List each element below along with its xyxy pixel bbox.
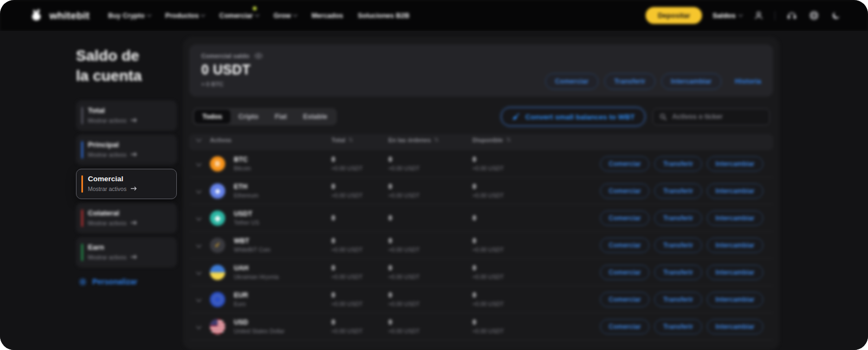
row-exchange-button[interactable]: Intercambiar — [707, 265, 763, 280]
asset-ticker: WBT — [234, 237, 331, 245]
account-card[interactable]: Principal Mostrar activos — [76, 135, 177, 165]
total-estimate: ≈0.00 USDT — [331, 301, 388, 307]
balance-type-label: Comercial saldo — [201, 53, 250, 59]
arrow-right-icon — [130, 186, 137, 191]
in-orders-estimate: ≈0.00 USDT — [388, 328, 473, 334]
row-exchange-button[interactable]: Intercambiar — [707, 292, 763, 307]
row-trade-button[interactable]: Comerciar — [600, 292, 649, 307]
total-value: 0 — [331, 319, 388, 326]
dark-mode-moon-icon[interactable] — [830, 10, 842, 22]
nav-menu-item[interactable]: Soluciones B2B — [358, 12, 410, 20]
row-trade-button[interactable]: Comerciar — [600, 265, 649, 280]
row-expand-chevron[interactable] — [196, 324, 202, 329]
user-icon[interactable] — [752, 10, 764, 22]
row-expand-chevron[interactable] — [196, 215, 202, 221]
row-transfer-button[interactable]: Transferir — [654, 238, 701, 253]
row-trade-button[interactable]: Comerciar — [600, 183, 649, 199]
column-available[interactable]: Disponible — [473, 137, 600, 143]
account-card[interactable]: Earn Mostrar activos — [76, 237, 177, 268]
row-exchange-button[interactable]: Intercambiar — [707, 183, 763, 199]
asset-table-body: B BTC Bitcoin 0 ≈0.00 USDT 0 ≈0.00 USDT — [189, 150, 773, 340]
customize-button[interactable]: Personalizar — [78, 277, 177, 287]
row-trade-button[interactable]: Comerciar — [600, 238, 649, 253]
nav-menu-item[interactable]: Productos — [165, 12, 205, 20]
asset-ticker: USD — [234, 319, 331, 326]
search-input[interactable] — [672, 113, 763, 120]
account-name: Principal — [88, 141, 170, 149]
show-assets-link[interactable]: Mostrar activos — [88, 151, 170, 158]
eye-visibility-icon[interactable] — [254, 53, 263, 59]
transfer-button[interactable]: Transferir — [604, 73, 655, 90]
page-body: Saldo de la cuenta Total Mostrar activos — [0, 31, 868, 350]
arrow-right-icon — [130, 152, 137, 157]
row-exchange-button[interactable]: Intercambiar — [707, 156, 763, 171]
nav-menu-item[interactable]: Buy Crypto — [108, 12, 150, 20]
row-transfer-button[interactable]: Transferir — [654, 183, 701, 199]
account-card[interactable]: Total Mostrar activos — [76, 100, 177, 131]
trade-button[interactable]: Comerciar — [545, 73, 598, 90]
asset-name: Tether US — [234, 219, 331, 226]
show-assets-link[interactable]: Mostrar activos — [88, 254, 170, 260]
asset-search — [653, 109, 770, 125]
account-name: Total — [88, 106, 170, 114]
show-assets-link[interactable]: Mostrar activos — [88, 220, 170, 226]
in-orders-estimate: ≈0.00 USDT — [388, 301, 473, 307]
row-actions: Comerciar Transferir Intercambiar — [600, 319, 763, 334]
table-row: ◈ USDT Tether US 0 0 — [189, 205, 773, 232]
total-estimate: ≈0.00 USDT — [331, 328, 388, 334]
row-exchange-button[interactable]: Intercambiar — [707, 211, 763, 226]
arrow-right-icon — [130, 118, 137, 123]
deposit-button[interactable]: Depositar — [646, 7, 702, 24]
row-transfer-button[interactable]: Transferir — [654, 319, 701, 334]
row-trade-button[interactable]: Comerciar — [600, 211, 649, 226]
available-estimate: ≈0.00 USDT — [473, 192, 600, 199]
row-exchange-button[interactable]: Intercambiar — [707, 319, 763, 334]
column-assets[interactable]: Activos — [210, 137, 331, 143]
arrow-right-icon — [130, 220, 137, 225]
row-expand-chevron[interactable] — [196, 243, 202, 248]
balances-dropdown[interactable]: Saldos — [712, 11, 742, 20]
show-assets-link[interactable]: Mostrar activos — [88, 186, 170, 192]
column-total[interactable]: Total — [331, 137, 388, 143]
chevron-down-icon — [255, 12, 259, 17]
in-orders-value: 0 — [388, 264, 473, 272]
nav-menu-item[interactable]: Comerciar — [219, 12, 259, 20]
balance-actions: Comerciar Transferir Intercambiar Histor… — [545, 53, 761, 97]
support-headset-icon[interactable] — [786, 10, 797, 22]
exchange-button[interactable]: Intercambiar — [661, 73, 722, 90]
account-card[interactable]: Colateral Mostrar activos — [76, 203, 177, 233]
in-orders-value: 0 — [388, 319, 473, 326]
row-transfer-button[interactable]: Transferir — [654, 292, 701, 307]
language-globe-icon[interactable] — [808, 10, 820, 22]
chevron-down-icon — [738, 12, 743, 17]
row-expand-chevron[interactable] — [196, 297, 202, 302]
row-exchange-button[interactable]: Intercambiar — [707, 238, 763, 253]
whitebit-balance-page: whitebit Buy Crypto Productos Comerciar — [0, 0, 868, 350]
row-transfer-button[interactable]: Transferir — [654, 211, 701, 226]
convert-small-balances-button[interactable]: Convert small balances to WBT — [501, 107, 645, 126]
nav-item-label: Buy Crypto — [108, 12, 144, 20]
show-assets-link[interactable]: Mostrar activos — [88, 117, 170, 124]
asset-tab[interactable]: Cripto — [231, 110, 267, 124]
account-card[interactable]: Comercial Mostrar activos — [76, 169, 177, 199]
available-estimate: ≈0.00 USDT — [473, 165, 600, 171]
row-transfer-button[interactable]: Transferir — [654, 156, 701, 171]
asset-tab[interactable]: Todos — [194, 110, 231, 124]
row-expand-chevron[interactable] — [196, 161, 202, 167]
row-expand-chevron[interactable] — [196, 270, 202, 275]
row-expand-chevron[interactable] — [196, 188, 202, 194]
collapse-all-chevron[interactable] — [196, 136, 202, 142]
row-transfer-button[interactable]: Transferir — [654, 265, 701, 280]
column-in-orders[interactable]: En las órdenes — [388, 137, 473, 143]
row-trade-button[interactable]: Comerciar — [600, 319, 649, 334]
asset-tab[interactable]: Estable — [295, 110, 335, 124]
row-trade-button[interactable]: Comerciar — [600, 156, 649, 171]
asset-tab[interactable]: Fiat — [266, 110, 295, 124]
nav-menu-item[interactable]: Grow — [273, 12, 297, 20]
nav-menu-item[interactable]: Mercados — [311, 12, 343, 20]
account-name: Colateral — [88, 209, 170, 217]
chevron-down-icon — [293, 12, 297, 17]
history-link[interactable]: Historia — [735, 77, 761, 85]
whitebit-logo[interactable]: whitebit — [28, 8, 90, 23]
balances-label: Saldos — [712, 11, 736, 20]
